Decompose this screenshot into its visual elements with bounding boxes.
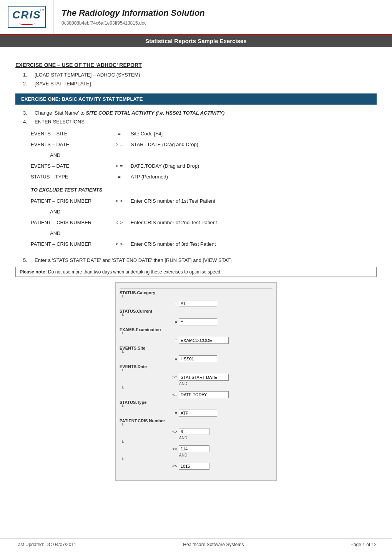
and-label: AND bbox=[31, 152, 108, 158]
sc-field-group: STATUS.Current └ = bbox=[120, 309, 272, 325]
enter-selections-label: ENTER SELECTIONS bbox=[35, 119, 85, 125]
sel-op: < > bbox=[108, 220, 131, 225]
sc-and-label: AND bbox=[179, 382, 272, 386]
sel-value: ATP (Performed) bbox=[131, 174, 377, 180]
content-area: EXERCISE ONE – USE OF THE 'ADHOC' REPORT… bbox=[0, 47, 392, 488]
sc-field-label: STATUS.Category bbox=[120, 290, 272, 295]
screenshot-container: STATUS.Category └ = STATUS.Current └ = E… bbox=[115, 282, 277, 481]
header-right: The Radiology Information Solution 0c380… bbox=[54, 0, 392, 34]
sc-input-field[interactable] bbox=[179, 318, 217, 325]
item-number: 5. bbox=[23, 257, 35, 263]
list-item: 3. Change 'Stat Name' to SITE CODE TOTAL… bbox=[15, 110, 377, 116]
item-number: 1. bbox=[23, 72, 35, 78]
sc-field-group: EVENTS.Date └ >= AND └ <= bbox=[120, 364, 272, 398]
selection-row: EVENTS – SITE = Site Code [F4] bbox=[31, 128, 377, 138]
sc-input-field[interactable] bbox=[179, 445, 209, 452]
sc-field-label: STATUS.Type bbox=[120, 400, 272, 405]
item-bold-text: SITE CODE TOTAL ACTIVITY (i.e. HSS01 TOT… bbox=[86, 110, 225, 116]
sel-op: = bbox=[108, 174, 131, 180]
sc-input-field[interactable] bbox=[179, 410, 217, 417]
item-text: Change 'Stat Name' to SITE CODE TOTAL AC… bbox=[35, 110, 377, 116]
sel-label: PATIENT – CRIS NUMBER bbox=[31, 198, 108, 204]
sc-op: <> bbox=[169, 429, 177, 434]
exclude-label: TO EXCLUDE TEST PATIENTS bbox=[31, 187, 377, 193]
and-label: AND bbox=[31, 230, 108, 236]
sel-op: < > bbox=[108, 198, 131, 204]
sel-label: STATUS – TYPE bbox=[31, 174, 108, 180]
item-prefix: Change 'Stat Name' to bbox=[35, 110, 86, 116]
sc-field-label: PATIENT.CRIS Number bbox=[120, 418, 272, 423]
page-footer: Last Updated: DC 04/07/2011 Healthcare S… bbox=[0, 538, 392, 547]
sc-input-field[interactable] bbox=[179, 337, 229, 344]
sc-field-group: STATUS.Type └ = bbox=[120, 400, 272, 417]
sc-input-field[interactable] bbox=[179, 300, 217, 307]
sel-value: DATE.TODAY (Drag and Drop) bbox=[131, 163, 377, 169]
sc-field-label: EVENTS.Date bbox=[120, 364, 272, 369]
sc-field-group: EVENTS.Site └ = bbox=[120, 346, 272, 362]
sc-sublabel: └ bbox=[120, 386, 272, 390]
sel-label: EVENTS – DATE bbox=[31, 142, 108, 147]
sc-op: = bbox=[169, 320, 177, 324]
sc-sublabel: └ bbox=[120, 295, 272, 299]
sc-divider bbox=[120, 288, 272, 288]
item-number: 2. bbox=[23, 81, 35, 87]
logo-box: TM CRIS bbox=[8, 6, 46, 28]
sc-input-row: = bbox=[169, 300, 272, 307]
sc-field-label: EVENTS.Site bbox=[120, 346, 272, 350]
step5-note: Please note: Do not use more than two da… bbox=[15, 267, 377, 277]
sc-op: <> bbox=[169, 447, 177, 451]
sc-op: = bbox=[169, 357, 177, 361]
sc-input-row: = bbox=[169, 410, 272, 417]
sc-sublabel: └ bbox=[120, 332, 272, 336]
item-text: ENTER SELECTIONS bbox=[35, 119, 377, 125]
list-item: 2. [SAVE STAT TEMPLATE] bbox=[15, 81, 377, 87]
sel-label: PATIENT – CRIS NUMBER bbox=[31, 220, 108, 225]
exercise-one-heading: EXERCISE ONE – USE OF THE 'ADHOC' REPORT bbox=[15, 62, 377, 68]
item-text: [LOAD STAT TEMPLATE] – ADHOC (SYSTEM) bbox=[35, 72, 377, 78]
sel-value: Enter CRIS number of 3rd Test Patient bbox=[131, 241, 377, 247]
step5-text: Enter a 'STATS START DATE' and 'STAT END… bbox=[35, 257, 377, 263]
sel-value: Enter CRIS number of 2nd Test Patient bbox=[131, 220, 377, 225]
sc-input-field[interactable] bbox=[179, 463, 209, 470]
sc-sublabel: └ bbox=[120, 405, 272, 409]
logo-decoration bbox=[19, 22, 35, 25]
selection-row: PATIENT – CRIS NUMBER < > Enter CRIS num… bbox=[31, 196, 377, 206]
sc-input-row: >= bbox=[169, 374, 272, 381]
footer-center: Healthcare Software Systems bbox=[183, 542, 244, 547]
sc-op: = bbox=[169, 411, 177, 415]
sel-op: < = bbox=[108, 163, 131, 169]
page-header: TM CRIS The Radiology Information Soluti… bbox=[0, 0, 392, 35]
sc-sublabel: └ bbox=[120, 423, 272, 427]
sc-input-field[interactable] bbox=[179, 428, 209, 435]
sc-and-label: AND bbox=[179, 453, 272, 457]
sc-input-field[interactable] bbox=[179, 355, 217, 362]
item-text: [SAVE STAT TEMPLATE] bbox=[35, 81, 377, 87]
sc-input-field[interactable] bbox=[179, 374, 229, 381]
selection-row: EVENTS – DATE > = START DATE (Drag and D… bbox=[31, 139, 377, 149]
sc-input-row: = bbox=[169, 355, 272, 362]
sc-sublabel: └ bbox=[120, 440, 272, 445]
sc-and-label: AND bbox=[179, 436, 272, 440]
sel-value: START DATE (Drag and Drop) bbox=[131, 142, 377, 147]
logo-text: CRIS bbox=[12, 9, 41, 21]
and-label: AND bbox=[31, 209, 108, 215]
selection-row: EVENTS – DATE < = DATE.TODAY (Drag and D… bbox=[31, 161, 377, 171]
selection-row: PATIENT – CRIS NUMBER < > Enter CRIS num… bbox=[31, 217, 377, 227]
selection-row: STATUS – TYPE = ATP (Performed) bbox=[31, 172, 377, 182]
sc-op: = bbox=[169, 338, 177, 343]
sc-input-field[interactable] bbox=[179, 391, 229, 398]
sel-label: EVENTS – SITE bbox=[31, 131, 108, 137]
sc-input-row: <> bbox=[169, 463, 272, 470]
footer-right: Page 1 of 12 bbox=[350, 542, 377, 547]
sc-op: >= bbox=[169, 375, 177, 380]
sc-sublabel: └ bbox=[120, 458, 272, 462]
sel-label: EVENTS – DATE bbox=[31, 163, 108, 169]
sel-value: Enter CRIS number of 1st Test Patient bbox=[131, 198, 377, 204]
sc-input-row: <= bbox=[169, 391, 272, 398]
item-number: 3. bbox=[23, 110, 35, 116]
sc-field-group: STATUS.Category └ = bbox=[120, 290, 272, 307]
sc-field-group: EXAMS.Examination └ = bbox=[120, 327, 272, 344]
sc-sublabel: └ bbox=[120, 313, 272, 318]
trademark-icon: TM bbox=[40, 8, 44, 12]
sel-op: < > bbox=[108, 241, 131, 247]
